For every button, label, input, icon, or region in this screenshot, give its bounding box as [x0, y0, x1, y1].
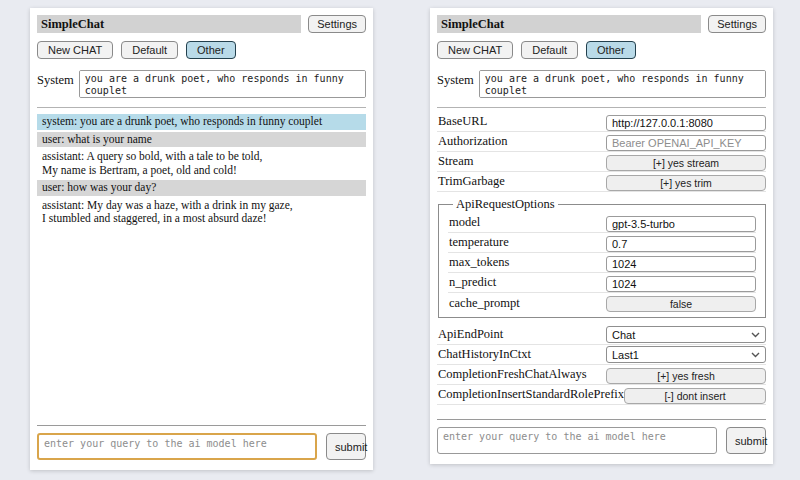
setting-row-baseurl: BaseURL	[437, 112, 766, 132]
app-title: SimpleChat	[437, 15, 701, 33]
setting-row-authorization: Authorization	[437, 132, 766, 152]
setting-row-completion-fresh-chat: CompletionFreshChatAlways [+] yes fresh	[437, 365, 766, 385]
setting-row-model: model	[448, 213, 756, 233]
api-endpoint-select[interactable]: Chat	[606, 326, 766, 343]
chat-message-assistant: assistant: A query so bold, with a tale …	[37, 149, 366, 178]
setting-row-stream: Stream [+] yes stream	[437, 152, 766, 172]
model-input[interactable]	[606, 216, 756, 232]
api-request-options-legend: ApiRequestOptions	[453, 197, 558, 212]
setting-row-temperature: temperature	[448, 233, 756, 253]
chat-history-selected-value: Last1	[612, 349, 639, 361]
temperature-label: temperature	[448, 235, 509, 250]
chat-message-user: user: how was your day?	[37, 180, 366, 196]
divider	[437, 419, 766, 420]
session-row: New CHAT Default Other	[37, 41, 366, 59]
system-prompt-row: System you are a drunk poet, who respond…	[37, 70, 366, 98]
settings-button[interactable]: Settings	[308, 15, 366, 33]
n-predict-input[interactable]	[606, 276, 756, 292]
chat-message-assistant: assistant: My day was a haze, with a dri…	[37, 198, 366, 227]
chevron-down-icon	[751, 352, 760, 358]
settings-button[interactable]: Settings	[708, 15, 766, 33]
divider	[37, 107, 366, 108]
session-tab-other[interactable]: Other	[186, 41, 236, 59]
chat-message-system: system: you are a drunk poet, who respon…	[37, 114, 366, 130]
system-label: System	[437, 70, 474, 88]
baseurl-input[interactable]	[606, 115, 766, 131]
submit-button[interactable]: submit	[726, 427, 766, 454]
system-label: System	[37, 70, 74, 88]
new-chat-button[interactable]: New CHAT	[37, 41, 113, 59]
authorization-input[interactable]	[606, 135, 766, 151]
temperature-input[interactable]	[606, 236, 756, 252]
session-tab-default[interactable]: Default	[121, 41, 178, 59]
session-tab-default[interactable]: Default	[521, 41, 578, 59]
query-input[interactable]	[37, 433, 317, 460]
query-row: submit	[37, 433, 366, 460]
model-label: model	[448, 215, 480, 230]
completion-insert-role-prefix-toggle-button[interactable]: [-] dont insert	[624, 388, 766, 404]
api-endpoint-label: ApiEndPoint	[437, 327, 503, 342]
cache-prompt-toggle-button[interactable]: false	[606, 296, 756, 312]
setting-row-cache-prompt: cache_prompt false	[448, 293, 756, 313]
completion-fresh-chat-label: CompletionFreshChatAlways	[437, 367, 587, 382]
setting-row-n-predict: n_predict	[448, 273, 756, 293]
chat-messages: system: you are a drunk poet, who respon…	[37, 114, 366, 229]
max-tokens-input[interactable]	[606, 256, 756, 272]
query-input[interactable]	[437, 427, 717, 454]
trimgarbage-toggle-button[interactable]: [+] yes trim	[606, 175, 766, 191]
api-endpoint-selected-value: Chat	[612, 329, 635, 341]
spacer	[437, 405, 766, 419]
spacer	[37, 229, 366, 426]
stream-label: Stream	[437, 154, 473, 169]
n-predict-label: n_predict	[448, 275, 496, 290]
authorization-label: Authorization	[437, 134, 507, 149]
settings-list: BaseURL Authorization Stream [+] yes str…	[437, 112, 766, 405]
setting-row-api-endpoint: ApiEndPoint Chat	[437, 325, 766, 345]
baseurl-label: BaseURL	[437, 114, 487, 129]
setting-row-trimgarbage: TrimGarbage [+] yes trim	[437, 172, 766, 192]
api-request-options-fieldset: ApiRequestOptions model temperature max_…	[438, 197, 766, 318]
setting-row-completion-insert-role-prefix: CompletionInsertStandardRolePrefix [-] d…	[437, 385, 766, 405]
system-prompt-input[interactable]: you are a drunk poet, who responds in fu…	[79, 70, 366, 98]
system-prompt-input[interactable]: you are a drunk poet, who responds in fu…	[479, 70, 766, 98]
system-prompt-row: System you are a drunk poet, who respond…	[437, 70, 766, 98]
cache-prompt-label: cache_prompt	[448, 296, 520, 311]
max-tokens-label: max_tokens	[448, 255, 509, 270]
chat-panel: SimpleChat Settings New CHAT Default Oth…	[30, 8, 373, 470]
header: SimpleChat Settings	[37, 15, 366, 33]
chat-message-user: user: what is your name	[37, 132, 366, 148]
completion-fresh-chat-toggle-button[interactable]: [+] yes fresh	[606, 368, 766, 384]
session-tab-other[interactable]: Other	[586, 41, 636, 59]
new-chat-button[interactable]: New CHAT	[437, 41, 513, 59]
completion-insert-role-prefix-label: CompletionInsertStandardRolePrefix	[437, 387, 624, 402]
chat-history-in-ctxt-label: ChatHistoryInCtxt	[437, 347, 531, 362]
setting-row-chat-history-in-ctxt: ChatHistoryInCtxt Last1	[437, 345, 766, 365]
stream-toggle-button[interactable]: [+] yes stream	[606, 155, 766, 171]
trimgarbage-label: TrimGarbage	[437, 174, 505, 189]
setting-row-max-tokens: max_tokens	[448, 253, 756, 273]
query-row: submit	[437, 427, 766, 454]
settings-panel: SimpleChat Settings New CHAT Default Oth…	[430, 8, 773, 464]
app-title: SimpleChat	[37, 15, 301, 33]
chevron-down-icon	[751, 332, 760, 338]
divider	[37, 425, 366, 426]
submit-button[interactable]: submit	[326, 433, 366, 460]
header: SimpleChat Settings	[437, 15, 766, 33]
chat-history-in-ctxt-select[interactable]: Last1	[606, 346, 766, 363]
divider	[437, 107, 766, 108]
session-row: New CHAT Default Other	[437, 41, 766, 59]
